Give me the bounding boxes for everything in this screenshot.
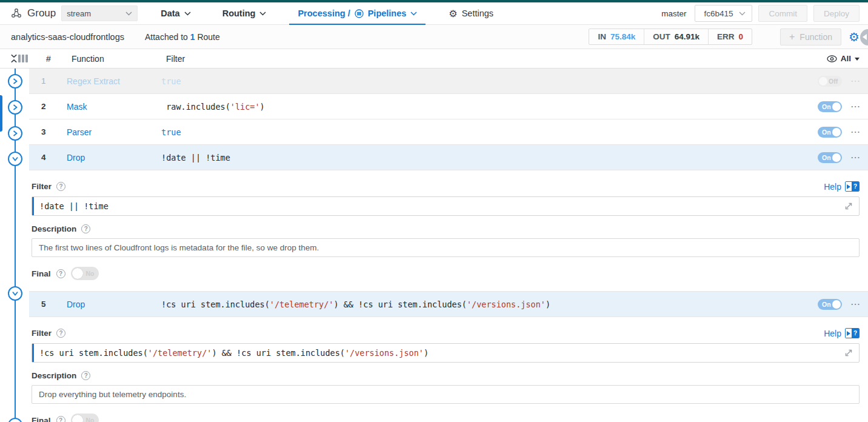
final-label: Final: [32, 269, 51, 278]
row-menu-icon[interactable]: ⋯: [850, 152, 861, 163]
expand-node-row-1[interactable]: [8, 74, 22, 89]
expand-editor-icon[interactable]: [838, 348, 859, 358]
help-tooltip-icon[interactable]: ?: [56, 269, 65, 278]
function-row-2[interactable]: 2 Mask _raw.includes('lic=') On ⋯: [29, 94, 868, 119]
description-label: Description: [32, 371, 76, 380]
filter-expression-input[interactable]: !date || !time: [32, 196, 860, 216]
pipeline-toolbar: analytics-saas-cloudfrontlogs Attached t…: [0, 25, 868, 49]
group-select-value: stream: [67, 9, 91, 18]
function-row-3[interactable]: 3 Parser true On ⋯: [29, 119, 868, 145]
tab-data-label: Data: [161, 8, 179, 18]
function-name-link[interactable]: Drop: [59, 153, 161, 162]
caret-down-icon: [855, 58, 860, 61]
row-menu-icon[interactable]: ⋯: [850, 75, 861, 87]
row-menu-icon[interactable]: ⋯: [850, 101, 861, 112]
tab-routing-label: Routing: [222, 8, 256, 18]
group-icon: [11, 8, 22, 19]
expand-node-row-3[interactable]: [8, 126, 22, 141]
filter-expression-input[interactable]: !cs_uri_stem.includes('/telemetry/') && …: [32, 343, 860, 363]
tab-processing-pipelines[interactable]: Processing / Pipelines: [289, 2, 426, 25]
tab-settings[interactable]: ⚙ Settings: [440, 2, 502, 25]
row-menu-icon[interactable]: ⋯: [850, 298, 861, 310]
app-root: Group stream Data Routing Processing /: [0, 0, 868, 422]
final-label: Final: [32, 416, 51, 422]
help-panel-icon: ?: [845, 181, 860, 192]
rows-area: 1 Regex Extract true Off ⋯ 2 Mask _raw.i…: [29, 69, 868, 422]
row-number: 4: [29, 153, 59, 162]
attached-routes[interactable]: Attached to 1 Route: [145, 32, 220, 42]
tab-data[interactable]: Data: [152, 2, 199, 25]
final-toggle[interactable]: No: [71, 267, 99, 280]
tab-pipelines-label: Pipelines: [368, 8, 407, 18]
row-filter-expression: !cs_uri_stem.includes('/telemetry/') && …: [161, 300, 818, 309]
group-select[interactable]: stream: [61, 5, 138, 21]
function-name-link[interactable]: Drop: [59, 300, 161, 309]
tab-settings-label: Settings: [462, 8, 493, 18]
tab-routing[interactable]: Routing: [214, 2, 275, 25]
tab-processing-label: Processing /: [298, 8, 350, 18]
commit-button[interactable]: Commit: [758, 5, 807, 22]
row-filter-expression: _raw.includes('lic='): [161, 102, 818, 112]
column-header-filter: Filter: [166, 54, 827, 64]
function-toggle[interactable]: Off: [818, 76, 842, 87]
function-detail-row-4: Filter ? Help ? !date || !time: [29, 170, 868, 292]
help-link[interactable]: Help ?: [824, 328, 860, 338]
collapse-node-row-4[interactable]: [8, 152, 22, 166]
expand-node-row-2[interactable]: [8, 100, 22, 115]
help-tooltip-icon[interactable]: ?: [56, 416, 65, 422]
pipeline-name: analytics-saas-cloudfrontlogs: [11, 32, 124, 42]
filter-label: Filter: [32, 182, 52, 191]
collapse-node-row-5[interactable]: [8, 286, 22, 301]
function-name-link[interactable]: Regex Extract: [59, 76, 161, 86]
group-selector-wrap: Group stream: [11, 5, 138, 21]
eye-icon: [827, 55, 837, 62]
function-toggle[interactable]: On: [818, 101, 842, 112]
row-number: 1: [29, 76, 59, 85]
visibility-filter-dropdown[interactable]: All: [827, 54, 868, 63]
pipelines-icon: [355, 9, 364, 18]
commit-id-select[interactable]: fc6b415: [695, 5, 752, 22]
function-toggle[interactable]: On: [818, 152, 842, 163]
stat-err: ERR 0: [709, 29, 752, 44]
top-nav-right: master fc6b415 Commit Deploy: [661, 5, 860, 22]
function-name-link[interactable]: Parser: [59, 127, 161, 137]
expand-node-next[interactable]: [8, 418, 22, 422]
plus-icon: +: [789, 32, 795, 42]
deploy-button[interactable]: Deploy: [813, 5, 860, 22]
help-tooltip-icon[interactable]: ?: [56, 329, 65, 338]
throughput-stats: IN 75.84k OUT 64.91k ERR 0: [589, 28, 752, 45]
function-toggle[interactable]: On: [818, 299, 842, 310]
side-panel-collapse-handle[interactable]: [860, 29, 868, 45]
scroll-position-marker: [0, 95, 2, 132]
help-tooltip-icon[interactable]: ?: [56, 182, 65, 191]
row-menu-icon[interactable]: ⋯: [850, 126, 861, 138]
help-panel-icon: ?: [845, 328, 860, 338]
branch-label: master: [661, 9, 686, 18]
columns-icon[interactable]: [18, 55, 35, 62]
stat-out: OUT 64.91k: [644, 29, 709, 44]
final-toggle[interactable]: No: [71, 414, 99, 422]
pipeline-function-list: 1 Regex Extract true Off ⋯ 2 Mask _raw.i…: [0, 69, 868, 422]
function-row-5[interactable]: 5 Drop !cs_uri_stem.includes('/telemetry…: [29, 292, 868, 317]
help-tooltip-icon[interactable]: ?: [81, 371, 90, 380]
collapse-all-icon[interactable]: [0, 53, 18, 64]
function-name-link[interactable]: Mask: [59, 102, 161, 112]
pipeline-settings-gear-icon[interactable]: ⚙: [849, 31, 860, 43]
expand-editor-icon[interactable]: [838, 201, 859, 211]
function-row-1[interactable]: 1 Regex Extract true Off ⋯: [29, 69, 868, 94]
description-input[interactable]: [32, 238, 860, 257]
function-detail-row-5: Filter ? Help ? !cs_uri_stem.includes('/…: [29, 317, 868, 422]
function-row-4[interactable]: 4 Drop !date || !time On ⋯: [29, 145, 868, 170]
functions-grid-header: # Function Filter All: [0, 49, 868, 69]
visibility-filter-label: All: [841, 54, 851, 63]
help-link[interactable]: Help ?: [824, 181, 860, 192]
row-filter-expression: true: [161, 127, 818, 137]
column-header-function: Function: [63, 54, 166, 64]
row-number: 3: [29, 127, 59, 136]
function-toggle[interactable]: On: [818, 127, 842, 138]
description-label: Description: [32, 224, 76, 233]
help-tooltip-icon[interactable]: ?: [81, 224, 90, 233]
top-nav-left: Group stream Data Routing Processing /: [11, 2, 661, 25]
description-input[interactable]: [32, 385, 860, 404]
add-function-button[interactable]: + Function: [780, 28, 841, 45]
